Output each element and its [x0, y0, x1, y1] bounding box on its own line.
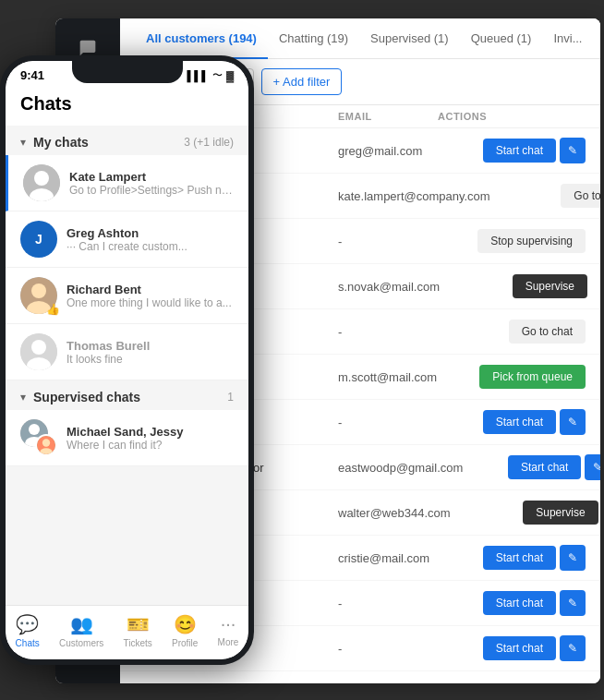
tab-supervised[interactable]: Supervised (1): [359, 18, 460, 58]
chats-nav-label: Chats: [16, 638, 40, 648]
more-nav-icon: ···: [221, 613, 236, 634]
battery-icon: ▓: [226, 70, 234, 81]
chat-item-michael[interactable]: Michael Sand, Jessy Where I can find it?: [6, 410, 248, 466]
col-header-email: EMAIL: [338, 111, 438, 122]
edit-button[interactable]: ✎: [560, 635, 586, 661]
greg-name: Greg Ashton: [66, 226, 234, 240]
supervised-chats-section-header: ▾ Supervised chats 1: [6, 380, 248, 410]
phone-content: ▾ My chats 3 (+1 idle) Kate Lampert Go t…: [6, 126, 248, 605]
profile-nav-icon: 😊: [174, 613, 197, 635]
email-cell: -: [338, 235, 438, 248]
nav-item-customers[interactable]: 👥 Customers: [59, 613, 103, 648]
start-chat-button[interactable]: Start chat: [483, 546, 556, 570]
jessy-avatar: [35, 434, 57, 456]
edit-button[interactable]: ✎: [585, 454, 600, 480]
richard-preview: One more thing I would like to a...: [66, 296, 234, 309]
actions-cell: Start chat ✎: [438, 138, 586, 163]
email-cell: -: [338, 642, 438, 656]
svg-point-10: [29, 424, 40, 435]
supervised-label: Supervised chats: [33, 390, 140, 404]
tab-queued[interactable]: Queued (1): [460, 18, 543, 58]
svg-point-14: [40, 448, 52, 455]
phone-notch: [72, 61, 183, 83]
email-cell: walter@web344.com: [338, 506, 451, 520]
edit-button[interactable]: ✎: [560, 138, 586, 163]
thomas-name: Thomas Burell: [66, 339, 234, 353]
tab-invited[interactable]: Invi...: [542, 18, 593, 58]
supervise-button[interactable]: Supervise: [513, 274, 587, 298]
nav-item-profile[interactable]: 😊 Profile: [172, 613, 198, 648]
edit-button[interactable]: ✎: [560, 545, 586, 571]
go-to-chat-button[interactable]: Go to chat: [509, 320, 586, 344]
start-chat-button[interactable]: Start chat: [483, 410, 556, 434]
actions-cell: Pick from queue: [438, 365, 586, 389]
actions-cell: Start chat ✎: [438, 590, 586, 616]
tabs-bar: All customers (194) Chatting (19) Superv…: [120, 18, 600, 59]
chevron-down-icon: ▾: [20, 136, 26, 149]
add-filter-label: + Add filter: [273, 75, 331, 89]
email-cell: -: [338, 416, 438, 429]
greg-info: Greg Ashton ··· Can I create custom...: [66, 226, 234, 253]
my-chats-section-header: ▾ My chats 3 (+1 idle): [6, 126, 248, 155]
supervise-button[interactable]: Supervise: [523, 501, 598, 525]
signal-icon: ▌▌▌: [187, 70, 209, 81]
phone-header: Chats: [6, 86, 248, 126]
stop-supervising-button[interactable]: Stop supervising: [477, 229, 586, 253]
nav-item-more[interactable]: ··· More: [218, 613, 239, 648]
tickets-nav-icon: 🎫: [127, 613, 150, 635]
tab-chatting[interactable]: Chatting (19): [268, 18, 359, 58]
edit-button[interactable]: ✎: [560, 590, 586, 616]
actions-cell: Start chat ✎: [438, 635, 586, 661]
phone-title: Chats: [20, 93, 72, 114]
chat-item-thomas[interactable]: Thomas Burell It looks fine: [6, 324, 248, 380]
email-cell: eastwoodp@gmail.com: [338, 461, 463, 475]
edit-button[interactable]: ✎: [560, 409, 586, 435]
customers-nav-label: Customers: [59, 638, 103, 648]
svg-point-13: [42, 439, 50, 446]
phone-screen: 9:41 ▌▌▌ 〜 ▓ Chats ▾ My chats 3 (+1 idle…: [6, 61, 248, 659]
email-cell: kate.lampert@company.com: [338, 189, 490, 203]
start-chat-button[interactable]: Start chat: [483, 139, 556, 163]
more-nav-label: More: [218, 637, 239, 647]
email-cell: m.scott@mail.com: [338, 370, 438, 384]
start-chat-button[interactable]: Start chat: [483, 591, 556, 615]
actions-cell: Start chat ✎: [438, 409, 586, 435]
kate-name: Kate Lampert: [69, 170, 234, 184]
richard-info: Richard Bent One more thing I would like…: [66, 283, 234, 309]
thomas-preview: It looks fine: [66, 353, 234, 366]
customers-nav-icon: 👥: [70, 613, 93, 635]
actions-cell: Start chat ✎: [438, 545, 586, 571]
status-icons: ▌▌▌ 〜 ▓: [187, 68, 234, 82]
chat-item-richard[interactable]: Richard Bent One more thing I would like…: [6, 268, 248, 324]
chat-item-kate[interactable]: Kate Lampert Go to Profile>Settings> Pus…: [6, 155, 248, 211]
svg-point-7: [31, 340, 46, 355]
phone-overlay: 9:41 ▌▌▌ 〜 ▓ Chats ▾ My chats 3 (+1 idle…: [0, 55, 254, 665]
greg-preview: ··· Can I create custom...: [66, 240, 234, 253]
actions-cell: Go to chat: [490, 184, 600, 208]
wifi-icon: 〜: [212, 68, 223, 82]
nav-item-chats[interactable]: 💬 Chats: [16, 613, 40, 648]
start-chat-button[interactable]: Start chat: [508, 455, 581, 479]
go-to-chat-button[interactable]: Go to chat: [561, 184, 600, 208]
chat-item-greg[interactable]: J Greg Ashton ··· Can I create custom...: [6, 211, 248, 268]
pick-from-queue-button[interactable]: Pick from queue: [479, 365, 586, 389]
thomas-avatar: [20, 333, 57, 370]
start-chat-button[interactable]: Start chat: [483, 636, 556, 660]
status-time: 9:41: [20, 68, 44, 82]
svg-point-4: [31, 284, 46, 298]
supervised-chevron-icon: ▾: [20, 391, 26, 404]
email-cell: -: [338, 325, 438, 339]
add-filter-button[interactable]: + Add filter: [261, 68, 343, 95]
tickets-nav-label: Tickets: [123, 638, 151, 648]
tab-all-customers[interactable]: All customers (194): [135, 18, 268, 58]
supervised-count: 1: [227, 391, 234, 404]
supervised-title-wrap: ▾ Supervised chats: [20, 390, 140, 404]
thumbs-up-icon: 👍: [46, 303, 60, 316]
email-cell: cristie@mail.com: [338, 551, 438, 565]
actions-cell: Start chat ✎: [463, 454, 600, 480]
kate-avatar: [23, 164, 60, 201]
nav-item-tickets[interactable]: 🎫 Tickets: [123, 613, 151, 648]
actions-cell: Supervise: [451, 501, 598, 525]
greg-avatar: J: [20, 221, 57, 258]
michael-preview: Where I can find it?: [66, 439, 234, 452]
